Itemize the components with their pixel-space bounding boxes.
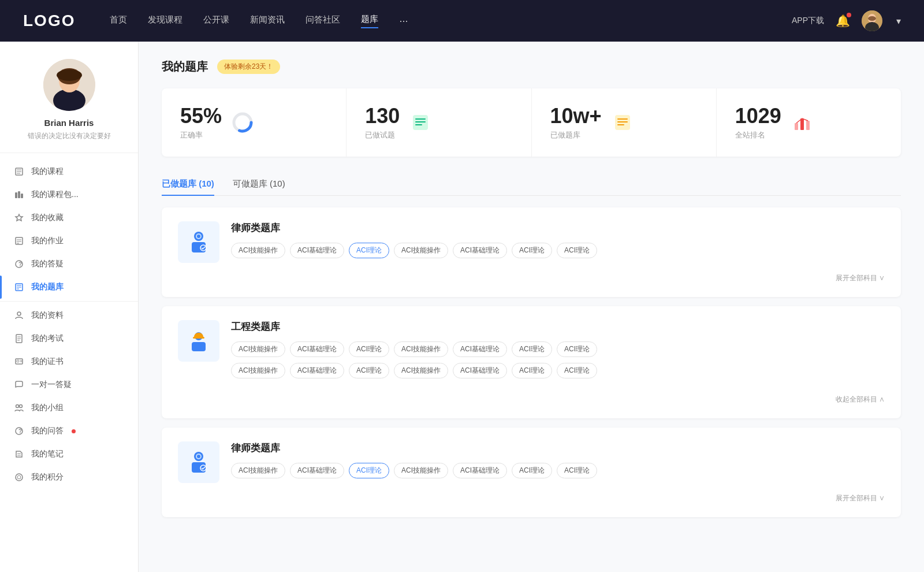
qbank-title: 工程类题库 [231, 320, 885, 333]
tag[interactable]: ACI技能操作 [394, 363, 448, 378]
tag[interactable]: ACI基础理论 [453, 341, 507, 357]
tag[interactable]: ACI技能操作 [394, 463, 448, 478]
qbank-header: 律师类题库 ACI技能操作 ACI基础理论 ACI理论 ACI技能操作 ACI基… [178, 441, 885, 483]
sidebar-label: 我的答疑 [31, 259, 64, 269]
svg-marker-16 [16, 214, 23, 221]
tag[interactable]: ACI理论 [557, 243, 597, 258]
tag[interactable]: ACI基础理论 [290, 243, 344, 258]
sidebar-label: 我的收藏 [31, 213, 64, 223]
tag[interactable]: ACI技能操作 [231, 341, 285, 357]
tag[interactable]: ACI技能操作 [231, 463, 285, 478]
sidebar-item-profile[interactable]: 我的资料 [0, 304, 138, 327]
tag[interactable]: ACI理论 [512, 243, 552, 258]
expand-row: 收起全部科目 ∧ [178, 393, 885, 404]
svg-rect-15 [21, 194, 23, 198]
tag[interactable]: ACI理论 [512, 463, 552, 478]
expand-link[interactable]: 展开全部科目 ∨ [836, 274, 885, 282]
tag[interactable]: ACI理论 [349, 363, 389, 378]
expand-link-2[interactable]: 展开全部科目 ∨ [836, 494, 885, 502]
app-download-button[interactable]: APP下载 [792, 16, 824, 26]
sidebar-label: 我的资料 [31, 310, 64, 321]
notification-bell[interactable]: 🔔 [836, 14, 850, 28]
collapse-link[interactable]: 收起全部科目 ∧ [836, 395, 885, 403]
tag[interactable]: ACI理论 [512, 341, 552, 357]
nav-more[interactable]: ··· [399, 15, 408, 27]
svg-rect-51 [617, 118, 628, 120]
tab-available[interactable]: 可做题库 (10) [233, 173, 285, 195]
tag[interactable]: ACI理论 [512, 363, 552, 378]
tag[interactable]: ACI技能操作 [394, 243, 448, 258]
tag[interactable]: ACI理论 [557, 363, 597, 378]
tag[interactable]: ACI基础理论 [453, 243, 507, 258]
stat-value: 1029 [735, 105, 781, 128]
sidebar-item-course-pack[interactable]: 我的课程包... [0, 183, 138, 206]
svg-point-43 [17, 476, 21, 479]
sidebar-label: 我的问答 [31, 426, 64, 436]
svg-point-36 [16, 405, 19, 408]
notes-icon [14, 449, 24, 459]
sidebar-item-notes[interactable]: 我的笔记 [0, 443, 138, 466]
tag[interactable]: ACI基础理论 [290, 341, 344, 357]
sidebar-item-certificate[interactable]: 我的证书 [0, 350, 138, 373]
qa-icon: ? [14, 259, 24, 269]
sidebar-label: 我的小组 [31, 403, 64, 413]
sidebar-item-qa[interactable]: ? 我的答疑 [0, 252, 138, 276]
svg-rect-66 [192, 342, 206, 351]
tag[interactable]: ACI理论 [557, 341, 597, 357]
sidebar-label: 一对一答疑 [31, 380, 72, 390]
page-title: 我的题库 [162, 59, 208, 75]
main-content: 我的题库 体验剩余23天！ 55% 正确率 [139, 42, 924, 572]
sidebar-item-favorites[interactable]: 我的收藏 [0, 206, 138, 229]
nav-discover[interactable]: 发现课程 [148, 14, 182, 28]
tag[interactable]: ACI基础理论 [290, 363, 344, 378]
qbank-title: 律师类题库 [231, 441, 885, 455]
stat-text: 130 已做试题 [365, 105, 400, 140]
nav-news[interactable]: 新闻资讯 [250, 14, 285, 28]
lawyer-icon [186, 229, 211, 255]
tag[interactable]: ACI基础理论 [453, 363, 507, 378]
nav-links: 首页 发现课程 公开课 新闻资讯 问答社区 题库 ··· [110, 14, 792, 28]
sidebar-label: 我的考试 [31, 333, 64, 344]
avatar[interactable] [862, 10, 882, 31]
tag-active[interactable]: ACI理论 [349, 463, 389, 478]
my-qa-icon: ? [14, 426, 24, 436]
trial-badge: 体验剩余23天！ [217, 60, 280, 74]
notification-dot [847, 13, 851, 17]
favorites-icon [14, 213, 24, 223]
stat-site-rank: 1029 全站排名 [717, 88, 901, 157]
user-menu-chevron[interactable]: ▾ [896, 16, 901, 27]
tag-active[interactable]: ACI理论 [349, 243, 389, 258]
stat-label: 已做题库 [550, 130, 602, 140]
sidebar-item-group[interactable]: 我的小组 [0, 396, 138, 419]
nav-qa[interactable]: 问答社区 [305, 14, 340, 28]
tag[interactable]: ACI技能操作 [231, 363, 285, 378]
sidebar-item-homework[interactable]: 我的作业 [0, 229, 138, 252]
sidebar-item-my-qa[interactable]: ? 我的问答 [0, 419, 138, 443]
stat-correct-rate: 55% 正确率 [162, 88, 346, 157]
sidebar-item-exam[interactable]: 我的考试 [0, 327, 138, 350]
nav-home[interactable]: 首页 [110, 14, 127, 28]
expand-row: 展开全部科目 ∨ [178, 492, 885, 503]
tag[interactable]: ACI技能操作 [394, 341, 448, 357]
tag[interactable]: ACI理论 [557, 463, 597, 478]
stat-value: 10w+ [550, 105, 602, 128]
svg-point-59 [197, 235, 200, 238]
svg-text:?: ? [18, 261, 22, 268]
tag[interactable]: ACI基础理论 [290, 463, 344, 478]
logo: LOGO [23, 12, 75, 30]
nav-right: APP下载 🔔 ▾ [792, 10, 901, 31]
tag[interactable]: ACI理论 [349, 341, 389, 357]
tag[interactable]: ACI技能操作 [231, 243, 285, 258]
sidebar-item-my-course[interactable]: 我的课程 [0, 160, 138, 183]
tag[interactable]: ACI基础理论 [453, 463, 507, 478]
sidebar-item-points[interactable]: 我的积分 [0, 466, 138, 489]
qbank-title-area: 律师类题库 ACI技能操作 ACI基础理论 ACI理论 ACI技能操作 ACI基… [231, 221, 885, 258]
tab-done[interactable]: 已做题库 (10) [162, 173, 214, 195]
stat-done-questions: 130 已做试题 [346, 88, 531, 157]
sidebar-item-one-on-one[interactable]: 一对一答疑 [0, 373, 138, 396]
nav-question-bank[interactable]: 题库 [361, 14, 378, 28]
nav-open-course[interactable]: 公开课 [203, 14, 229, 28]
tabs: 已做题库 (10) 可做题库 (10) [162, 173, 901, 196]
sidebar-item-question-bank[interactable]: 我的题库 [0, 276, 138, 299]
correct-rate-icon [231, 111, 254, 134]
